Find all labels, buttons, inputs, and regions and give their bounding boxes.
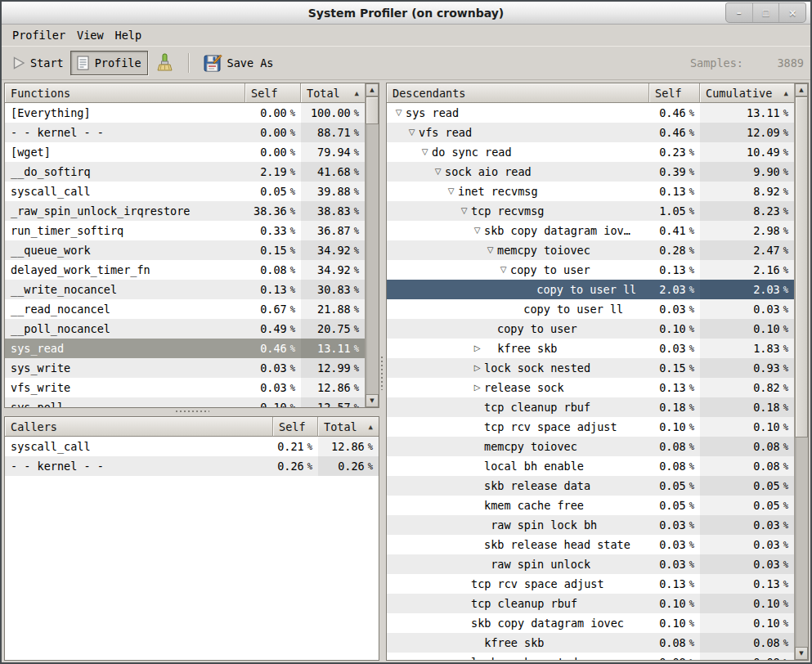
table-row[interactable]: [wget] 0.00% 79.94% (5, 142, 365, 162)
tree-row[interactable]: skb_copy_datagram_iovec 0.10% 0.10% (387, 613, 794, 633)
table-row[interactable]: delayed_work_timer_fn 0.08% 34.92% (5, 260, 365, 280)
table-row[interactable]: sys_write 0.03% 12.99% (5, 358, 365, 378)
total-column-header[interactable]: Total▲ (318, 417, 379, 437)
tree-row[interactable]: _raw_spin_unlock 0.03% 0.03% (387, 554, 794, 574)
table-row[interactable]: - - kernel - - 0.00% 88.71% (5, 123, 365, 142)
tree-row[interactable]: _raw_spin_lock_bh 0.03% 0.03% (387, 515, 794, 535)
callers-column-header[interactable]: Callers (5, 417, 273, 437)
tree-row[interactable]: ▷ __kfree_skb 0.03% 1.83% (387, 339, 794, 358)
total-column-header[interactable]: Total▲ (301, 83, 365, 103)
tree-row[interactable]: tcp_cleanup_rbuf 0.18% 0.18% (387, 397, 794, 417)
table-row[interactable]: sys_read 0.46% 13.11% (5, 339, 365, 358)
self-cell: 0.21% (273, 437, 318, 456)
expander-icon[interactable]: ▷ (471, 358, 483, 378)
tree-row[interactable]: ▽ sock_aio_read 0.39% 9.90% (387, 162, 794, 182)
table-row[interactable]: __write_nocancel 0.13% 30.83% (5, 280, 365, 299)
self-column-header[interactable]: Self (245, 83, 301, 103)
total-cell: 0.26% (318, 456, 379, 476)
menu-item[interactable]: View (71, 26, 110, 44)
tree-row[interactable]: ▽ tcp_recvmsg 1.05% 8.23% (387, 201, 794, 221)
cumulative-cell: 0.05% (700, 476, 794, 496)
tree-row[interactable]: ▽ vfs_read 0.46% 12.09% (387, 123, 794, 142)
tree-row[interactable]: tcp_cleanup_rbuf 0.10% 0.10% (387, 594, 794, 613)
table-row[interactable]: syscall_call 0.05% 39.88% (5, 182, 365, 201)
tree-row[interactable]: kmem_cache_free 0.05% 0.05% (387, 496, 794, 515)
vertical-pane-divider[interactable] (379, 83, 386, 661)
expander-icon[interactable]: ▽ (445, 182, 457, 201)
expander-icon[interactable]: ▽ (419, 142, 431, 162)
tree-row[interactable]: __kfree_skb 0.08% 0.08% (387, 633, 794, 653)
table-row[interactable]: [Everything] 0.00% 100.00% (5, 103, 365, 123)
function-name-cell: delayed_work_timer_fn (5, 260, 245, 280)
descendants-scrollbar[interactable]: ▲ ▼ (794, 83, 808, 660)
table-row[interactable]: - - kernel - - 0.26% 0.26% (5, 456, 379, 476)
table-row[interactable]: sys_poll 0.10% 12.57% (5, 397, 365, 407)
expander-icon[interactable]: ▽ (406, 123, 418, 142)
tree-row[interactable]: ▽ memcpy_toiovec 0.28% 2.47% (387, 240, 794, 260)
descendants-column-header[interactable]: Descendants (387, 83, 649, 103)
expander-icon[interactable]: ▷ (471, 339, 483, 358)
tree-row[interactable]: ▷ lock_sock_nested 0.15% 0.93% (387, 358, 794, 378)
scroll-up-button[interactable]: ▲ (795, 83, 808, 96)
tree-indent (393, 407, 471, 408)
expander-icon[interactable]: ▽ (497, 260, 509, 280)
expander-icon[interactable]: ▽ (484, 240, 496, 260)
tree-row[interactable]: ▷ release_sock 0.13% 0.82% (387, 378, 794, 397)
table-row[interactable]: __poll_nocancel 0.49% 20.75% (5, 319, 365, 339)
table-row[interactable]: syscall_call 0.21% 12.86% (5, 437, 379, 456)
save-as-button[interactable]: Save As (196, 48, 280, 78)
tree-row[interactable]: ▽ copy_to_user 0.13% 2.16% (387, 260, 794, 280)
tree-row[interactable]: tcp_rcv_space_adjust 0.13% 0.13% (387, 574, 794, 594)
expander-icon[interactable]: ▽ (432, 162, 444, 182)
table-row[interactable]: _raw_spin_unlock_irqrestore 38.36% 38.83… (5, 201, 365, 221)
scroll-up-button[interactable]: ▲ (366, 83, 379, 96)
self-cell: 0.46% (245, 339, 301, 358)
expander-icon[interactable]: ▽ (393, 103, 405, 123)
profile-toggle-button[interactable]: Profile (70, 51, 148, 75)
table-row[interactable]: vfs_write 0.03% 12.86% (5, 378, 365, 397)
self-column-header[interactable]: Self (273, 417, 318, 437)
expander-icon[interactable]: ▽ (458, 201, 470, 221)
functions-scrollbar[interactable]: ▲ ▼ (365, 83, 379, 407)
descendant-name-cell: skb_release_data (387, 476, 649, 496)
tree-row[interactable]: memcpy_toiovec 0.08% 0.08% (387, 437, 794, 456)
horizontal-pane-divider[interactable] (4, 408, 379, 416)
scrollbar-trough[interactable] (366, 96, 379, 394)
self-cell: 0.00% (245, 123, 301, 142)
scrollbar-thumb[interactable] (366, 96, 379, 124)
tree-row[interactable]: skb_release_head_state 0.03% 0.03% (387, 535, 794, 554)
menu-item[interactable]: Help (110, 26, 148, 44)
tree-row[interactable]: copy_to_user 0.10% 0.10% (387, 319, 794, 339)
expander-icon[interactable]: ▷ (471, 378, 483, 397)
reset-button[interactable] (148, 48, 181, 78)
scroll-down-button[interactable]: ▼ (366, 394, 379, 407)
titlebar[interactable]: System Profiler (on crownbay) – □ × (2, 2, 810, 25)
minimize-button[interactable]: – (726, 3, 752, 22)
table-row[interactable]: run_timer_softirq 0.33% 36.87% (5, 221, 365, 240)
tree-row[interactable]: tcp_rcv_space_adjust 0.10% 0.10% (387, 417, 794, 437)
table-row[interactable]: __queue_work 0.15% 34.92% (5, 240, 365, 260)
scroll-down-button[interactable]: ▼ (795, 647, 808, 660)
menu-item[interactable]: Profiler (7, 26, 71, 44)
tree-row[interactable]: skb_release_data 0.05% 0.05% (387, 476, 794, 496)
self-cell: 38.36% (245, 201, 301, 221)
expander-icon[interactable]: ▽ (471, 221, 483, 240)
tree-row[interactable]: __copy_to_user_ll 0.03% 0.03% (387, 299, 794, 319)
scrollbar-trough[interactable] (795, 96, 808, 647)
tree-row[interactable]: ▽ skb_copy_datagram_iov… 0.41% 2.98% (387, 221, 794, 240)
functions-column-header[interactable]: Functions (5, 83, 245, 103)
cumulative-column-header[interactable]: Cumulative▲ (700, 83, 794, 103)
scrollbar-thumb[interactable] (795, 96, 808, 437)
tree-row[interactable]: lock_sock_nested 0.08% 0.08% (387, 653, 794, 660)
tree-row[interactable]: __copy_to_user_ll 2.03% 2.03% (387, 280, 794, 299)
table-row[interactable]: __read_nocancel 0.67% 21.88% (5, 299, 365, 319)
tree-row[interactable]: ▽ inet_recvmsg 0.13% 8.92% (387, 182, 794, 201)
tree-row[interactable]: local_bh_enable 0.08% 0.08% (387, 456, 794, 476)
table-row[interactable]: __do_softirq 2.19% 41.68% (5, 162, 365, 182)
start-button[interactable]: Start (7, 52, 70, 74)
tree-row[interactable]: ▽ sys_read 0.46% 13.11% (387, 103, 794, 123)
close-button[interactable]: × (778, 3, 805, 22)
self-column-header[interactable]: Self (649, 83, 700, 103)
maximize-button[interactable]: □ (752, 3, 779, 22)
tree-row[interactable]: ▽ do_sync_read 0.23% 10.49% (387, 142, 794, 162)
